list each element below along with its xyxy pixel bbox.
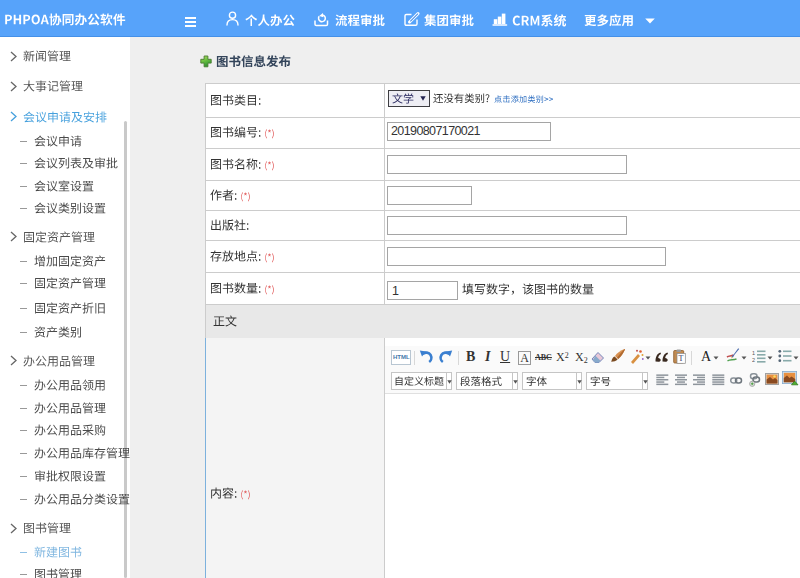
- svg-text:2: 2: [752, 357, 755, 363]
- svg-text:T: T: [679, 354, 684, 363]
- svg-text:1: 1: [752, 350, 755, 356]
